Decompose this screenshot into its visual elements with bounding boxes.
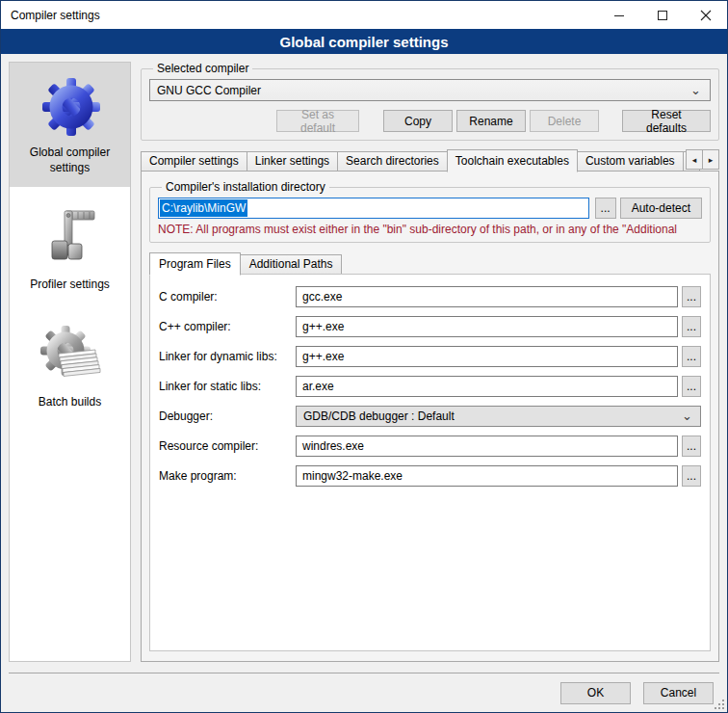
- gear-blue-icon: [39, 75, 101, 137]
- cpp-compiler-input[interactable]: g++.exe: [296, 316, 678, 337]
- install-dir-group: Compiler's installation directory C:\ray…: [149, 180, 711, 243]
- dynamic-linker-browse-button[interactable]: ...: [682, 346, 701, 367]
- compiler-settings-dialog: Compiler settings Global compiler settin…: [0, 0, 728, 713]
- field-row-cpp-compiler: C++ compiler: g++.exe ...: [159, 316, 701, 337]
- subtab-bar: Program Files Additional Paths: [149, 252, 711, 275]
- tab-bar: Compiler settings Linker settings Search…: [141, 149, 719, 172]
- tab-scroll-left-icon: ◂: [692, 155, 697, 165]
- field-row-make-program: Make program: mingw32-make.exe ...: [159, 465, 701, 487]
- field-label: Linker for dynamic libs:: [159, 350, 296, 363]
- selected-text: C:\raylib\MinGW: [160, 199, 247, 217]
- sidebar-item-label: Profiler settings: [30, 277, 110, 293]
- tab-custom-variables[interactable]: Custom variables: [577, 151, 684, 172]
- c-compiler-input[interactable]: gcc.exe: [296, 286, 678, 307]
- field-label: C++ compiler:: [159, 320, 296, 333]
- c-compiler-browse-button[interactable]: ...: [682, 286, 701, 307]
- tab-linker-settings[interactable]: Linker settings: [247, 151, 338, 172]
- tab-scroll-left-button[interactable]: ◂: [686, 149, 703, 170]
- field-label: Linker for static libs:: [159, 380, 296, 393]
- field-row-static-linker: Linker for static libs: ar.exe ...: [159, 376, 701, 397]
- resource-compiler-input[interactable]: windres.exe: [296, 436, 678, 457]
- close-icon: [700, 10, 712, 21]
- tab-search-directories[interactable]: Search directories: [337, 151, 448, 172]
- main-panel: Selected compiler GNU GCC Compiler ⌄ Set…: [141, 62, 719, 662]
- caliper-icon: [39, 207, 101, 269]
- cancel-button[interactable]: Cancel: [643, 682, 714, 704]
- field-row-resource-compiler: Resource compiler: windres.exe ...: [159, 436, 701, 457]
- sidebar-item-profiler-settings[interactable]: Profiler settings: [10, 195, 130, 304]
- compiler-combobox[interactable]: GNU GCC Compiler ⌄: [149, 79, 711, 101]
- dialog-header: Global compiler settings: [1, 29, 727, 54]
- minimize-icon: [613, 10, 625, 21]
- field-label: Debugger:: [159, 409, 296, 423]
- sidebar-item-label: Batch builds: [39, 395, 101, 410]
- auto-detect-button[interactable]: Auto-detect: [620, 198, 702, 219]
- delete-button[interactable]: Delete: [530, 110, 599, 132]
- sidebar-item-global-compiler-settings[interactable]: Global compiler settings: [10, 63, 130, 187]
- install-dir-row: C:\raylib\MinGW ... Auto-detect: [158, 198, 702, 219]
- dynamic-linker-input[interactable]: g++.exe: [296, 346, 678, 367]
- static-linker-browse-button[interactable]: ...: [682, 376, 701, 397]
- tab-toolchain-executables[interactable]: Toolchain executables: [447, 149, 578, 172]
- static-linker-input[interactable]: ar.exe: [296, 376, 678, 397]
- titlebar: Compiler settings: [1, 1, 727, 29]
- reset-defaults-button[interactable]: Reset defaults: [622, 110, 711, 132]
- resize-grip[interactable]: [713, 698, 725, 710]
- gear-stack-icon: [39, 325, 101, 386]
- program-files-panel: C compiler: gcc.exe ... C++ compiler: g+…: [149, 274, 711, 651]
- field-row-c-compiler: C compiler: gcc.exe ...: [159, 286, 701, 307]
- tab-scroll-right-icon: ▸: [709, 155, 714, 165]
- combobox-value: GNU GCC Compiler: [157, 84, 261, 97]
- subtab-additional-paths[interactable]: Additional Paths: [240, 254, 343, 275]
- sidebar-item-batch-builds[interactable]: Batch builds: [10, 312, 130, 422]
- maximize-icon: [657, 10, 668, 21]
- field-row-debugger: Debugger: GDB/CDB debugger : Default ⌄: [159, 406, 701, 427]
- page-title: Global compiler settings: [279, 34, 448, 50]
- field-label: Resource compiler:: [159, 439, 296, 453]
- close-button[interactable]: [684, 1, 727, 29]
- set-as-default-button[interactable]: Set as default: [276, 110, 359, 132]
- resource-compiler-browse-button[interactable]: ...: [682, 436, 701, 457]
- sidebar-item-label: Global compiler settings: [13, 145, 127, 175]
- compiler-buttons-row: Set as default Copy Rename Delete Reset …: [149, 110, 711, 132]
- footer: OK Cancel: [1, 673, 727, 712]
- ok-button[interactable]: OK: [560, 682, 631, 704]
- make-program-input[interactable]: mingw32-make.exe: [296, 465, 678, 487]
- rename-button[interactable]: Rename: [456, 110, 526, 132]
- note-text: NOTE: All programs must exist either in …: [158, 223, 702, 236]
- maximize-button[interactable]: [640, 1, 684, 29]
- cpp-compiler-browse-button[interactable]: ...: [682, 316, 701, 337]
- field-label: Make program:: [159, 469, 296, 483]
- subtab-program-files[interactable]: Program Files: [149, 252, 241, 276]
- group-title: Selected compiler: [153, 62, 252, 75]
- install-dir-browse-button[interactable]: ...: [595, 198, 616, 219]
- tab-scroll-right-button[interactable]: ▸: [702, 149, 719, 170]
- field-row-dynamic-linker: Linker for dynamic libs: g++.exe ...: [159, 346, 701, 367]
- install-dir-input[interactable]: C:\raylib\MinGW: [158, 198, 589, 219]
- field-label: C compiler:: [159, 290, 296, 304]
- make-program-browse-button[interactable]: ...: [682, 465, 701, 487]
- tab-scroll-buttons: ◂ ▸: [687, 149, 719, 170]
- group-title: Compiler's installation directory: [162, 180, 329, 194]
- selected-compiler-group: Selected compiler GNU GCC Compiler ⌄ Set…: [141, 62, 719, 141]
- sidebar: Global compiler settings: [9, 62, 131, 662]
- window-title: Compiler settings: [1, 9, 597, 22]
- debugger-select[interactable]: GDB/CDB debugger : Default ⌄: [296, 406, 701, 427]
- minimize-button[interactable]: [597, 1, 640, 29]
- dialog-content: Global compiler settings: [1, 54, 727, 662]
- tab-compiler-settings[interactable]: Compiler settings: [141, 151, 247, 172]
- copy-button[interactable]: Copy: [383, 110, 453, 132]
- toolchain-executables-page: Compiler's installation directory C:\ray…: [141, 171, 719, 662]
- debugger-select-value: GDB/CDB debugger : Default: [303, 409, 455, 423]
